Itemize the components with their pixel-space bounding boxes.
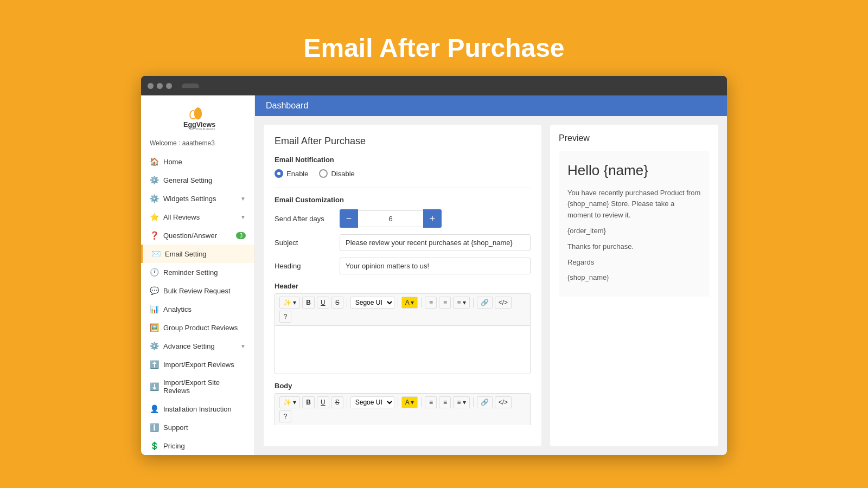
body-toolbar-help-btn[interactable]: ?	[279, 410, 291, 422]
nav-item-support[interactable]: ℹ️ Support	[141, 418, 254, 436]
body-toolbar-magic-btn[interactable]: ✨ ▾	[279, 396, 300, 408]
preview-title: Preview	[559, 133, 710, 143]
nav-label: Import/Export Reviews	[163, 361, 234, 369]
nav-label: Pricing	[163, 442, 185, 450]
preview-line1: You have recently purchased Product from…	[567, 188, 701, 221]
body-toolbar-separator-4	[473, 397, 474, 407]
welcome-text: Welcome : aaatheme3	[141, 137, 254, 152]
preview-line3: Thanks for purchase.	[567, 241, 701, 253]
enable-radio-circle[interactable]	[275, 169, 283, 178]
notification-row: Enable Disable	[275, 169, 531, 178]
nav-label: Question/Answer	[163, 232, 217, 240]
nav-item-question-answer[interactable]: ❓ Question/Answer 3	[141, 226, 254, 245]
user-icon: 👤	[150, 404, 159, 413]
nav-label: Advance Setting	[163, 342, 215, 350]
disable-radio-circle[interactable]	[319, 169, 328, 178]
dashboard-header: Dashboard	[255, 95, 727, 116]
stepper-row: − +	[340, 209, 442, 228]
nav-label: Support	[163, 423, 188, 432]
nav-item-email-setting[interactable]: ✉️ Email Setting	[141, 245, 254, 263]
toolbar-strikethrough-btn[interactable]: S	[331, 297, 343, 309]
enable-radio-option[interactable]: Enable	[275, 169, 308, 178]
nav-label: Analytics	[163, 305, 192, 313]
gear-icon-2: ⚙️	[150, 194, 159, 203]
toolbar-code-btn[interactable]: </>	[495, 297, 512, 309]
nav-item-group-product[interactable]: 🖼️ Group Product Reviews	[141, 318, 254, 337]
chevron-icon-2: ▼	[240, 214, 246, 220]
header-editor-toolbar: ✨ ▾ B U S Segoe UI A ▾ ≡ ≡ ≡ ▾	[275, 293, 531, 325]
body-section-label: Body	[275, 382, 531, 390]
body-toolbar-separator-2	[398, 397, 398, 407]
subject-label: Subject	[275, 239, 334, 247]
body-toolbar-font-color-btn[interactable]: A ▾	[401, 396, 418, 408]
nav-item-pricing[interactable]: 💲 Pricing	[141, 436, 254, 455]
nav-label: Installation Instruction	[163, 405, 232, 413]
disable-label: Disable	[331, 170, 354, 178]
toolbar-font-select[interactable]: Segoe UI	[350, 297, 394, 309]
heading-input[interactable]	[340, 258, 531, 274]
toolbar-font-color-btn[interactable]: A ▾	[401, 297, 418, 309]
notification-section-label: Email Notification	[275, 156, 531, 164]
dollar-icon: 💲	[150, 441, 159, 450]
body-toolbar-strikethrough-btn[interactable]: S	[331, 396, 343, 408]
browser-dot-2	[157, 83, 163, 89]
preview-line4: Regards	[567, 257, 701, 268]
body-toolbar-ul-btn[interactable]: ≡	[425, 396, 437, 408]
toolbar-ul-btn[interactable]: ≡	[425, 297, 437, 309]
nav-item-bulk-review[interactable]: 💬 Bulk Review Request	[141, 281, 254, 300]
toolbar-align-btn[interactable]: ≡ ▾	[453, 297, 469, 309]
body-toolbar-font-select[interactable]: Segoe UI	[350, 396, 394, 408]
disable-radio-option[interactable]: Disable	[319, 169, 354, 178]
group-icon: 🖼️	[150, 323, 159, 332]
body-toolbar-align-btn[interactable]: ≡ ▾	[453, 396, 469, 408]
nav-label: Group Product Reviews	[163, 324, 238, 332]
toolbar-bold-btn[interactable]: B	[302, 297, 315, 309]
header-editor-body[interactable]	[275, 325, 531, 374]
toolbar-underline-btn[interactable]: U	[317, 297, 329, 309]
content-area: Email After Purchase Email Notification …	[255, 116, 727, 455]
heading-row: Heading	[275, 258, 531, 274]
stepper-minus-button[interactable]: −	[340, 209, 358, 228]
stepper-plus-button[interactable]: +	[423, 209, 442, 228]
browser-tab	[182, 84, 199, 88]
nav-item-all-reviews[interactable]: ⭐ All Reviews ▼	[141, 208, 254, 226]
subject-input[interactable]	[340, 234, 531, 251]
app-container: EggViews Set Your Express Welcome : aaat…	[141, 95, 727, 455]
nav-label: Home	[163, 158, 182, 166]
preview-line5: {shop_name}	[567, 272, 701, 284]
download-icon: ⬇️	[150, 382, 159, 391]
body-toolbar-code-btn[interactable]: </>	[495, 396, 512, 408]
nav-item-import-reviews[interactable]: ⬆️ Import/Export Reviews	[141, 355, 254, 374]
nav-label: Import/Export Site Reviews	[163, 378, 246, 395]
body-toolbar-separator-3	[421, 397, 422, 407]
toolbar-link-btn[interactable]: 🔗	[477, 297, 493, 309]
nav-item-reminder-setting[interactable]: 🕐 Reminder Setting	[141, 263, 254, 281]
toolbar-ol-btn[interactable]: ≡	[439, 297, 451, 309]
body-toolbar-link-btn[interactable]: 🔗	[477, 396, 493, 408]
browser-window: EggViews Set Your Express Welcome : aaat…	[141, 76, 727, 455]
upload-icon: ⬆️	[150, 360, 159, 369]
nav-item-general-setting[interactable]: ⚙️ General Setting	[141, 171, 254, 189]
body-editor-toolbar: ✨ ▾ B U S Segoe UI A ▾ ≡ ≡ ≡ ▾	[275, 393, 531, 425]
nav-item-widgets-settings[interactable]: ⚙️ Widgets Settings ▼	[141, 189, 254, 208]
body-toolbar-underline-btn[interactable]: U	[317, 396, 329, 408]
enable-label: Enable	[286, 170, 308, 178]
heading-label: Heading	[275, 262, 334, 270]
nav-item-home[interactable]: 🏠 Home	[141, 152, 254, 171]
toolbar-magic-btn[interactable]: ✨ ▾	[279, 297, 300, 309]
eggviews-logo: EggViews Set Your Express	[168, 105, 228, 130]
toolbar-help-btn[interactable]: ?	[279, 311, 291, 323]
nav-item-analytics[interactable]: 📊 Analytics	[141, 300, 254, 318]
body-toolbar-ol-btn[interactable]: ≡	[439, 396, 451, 408]
nav-label: Widgets Settings	[163, 195, 216, 203]
nav-item-advance-setting[interactable]: ⚙️ Advance Setting ▼	[141, 337, 254, 355]
body-toolbar-bold-btn[interactable]: B	[302, 396, 315, 408]
toolbar-separator-3	[421, 298, 422, 307]
nav-item-installation[interactable]: 👤 Installation Instruction	[141, 400, 254, 418]
nav-item-import-site[interactable]: ⬇️ Import/Export Site Reviews	[141, 374, 254, 400]
divider-1	[275, 188, 531, 188]
star-icon: ⭐	[150, 213, 159, 221]
home-icon: 🏠	[150, 157, 159, 166]
preview-panel: Preview Hello {name} You have recently p…	[550, 125, 718, 446]
stepper-value-input[interactable]	[358, 210, 423, 227]
